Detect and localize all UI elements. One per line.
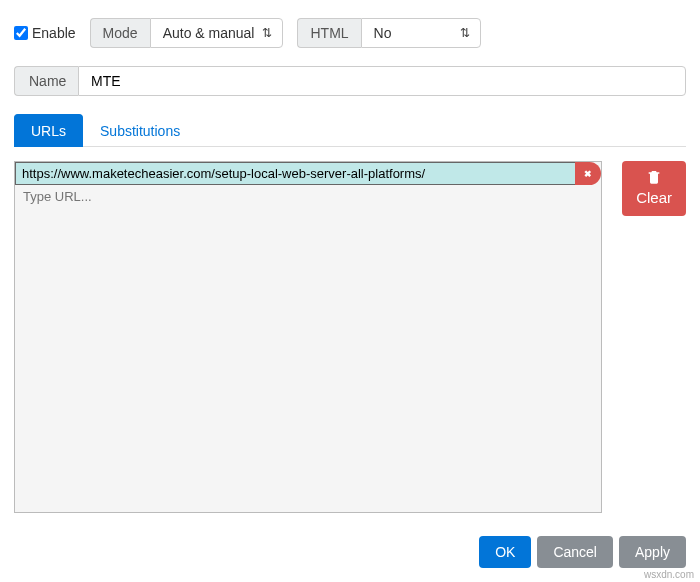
url-input-new[interactable] — [15, 185, 601, 208]
mode-value: Auto & manual — [163, 25, 255, 41]
url-item: ✖ — [15, 162, 601, 185]
apply-button[interactable]: Apply — [619, 536, 686, 568]
chevron-updown-icon: ⇅ — [262, 26, 272, 40]
delete-url-button[interactable]: ✖ — [575, 162, 601, 185]
mode-label: Mode — [90, 18, 150, 48]
mode-group: Mode Auto & manual ⇅ — [90, 18, 284, 48]
footer-buttons: OK Cancel Apply — [479, 536, 686, 568]
html-label: HTML — [297, 18, 360, 48]
tabs: URLs Substitutions — [14, 114, 686, 147]
tab-urls[interactable]: URLs — [14, 114, 83, 147]
name-input[interactable] — [78, 66, 686, 96]
url-panel: ✖ — [14, 161, 602, 513]
name-group: Name — [14, 66, 686, 96]
clear-label: Clear — [636, 189, 672, 206]
name-label: Name — [14, 66, 78, 96]
trash-icon — [646, 169, 662, 185]
mode-select[interactable]: Auto & manual ⇅ — [150, 18, 284, 48]
enable-checkbox-wrap[interactable]: Enable — [14, 25, 76, 41]
enable-label: Enable — [32, 25, 76, 41]
close-icon: ✖ — [584, 169, 592, 179]
tab-substitutions[interactable]: Substitutions — [83, 114, 197, 147]
chevron-updown-icon: ⇅ — [460, 26, 470, 40]
enable-checkbox[interactable] — [14, 26, 28, 40]
html-value: No — [374, 25, 392, 41]
clear-button[interactable]: Clear — [622, 161, 686, 216]
ok-button[interactable]: OK — [479, 536, 531, 568]
html-select[interactable]: No ⇅ — [361, 18, 481, 48]
url-input-existing[interactable] — [15, 162, 576, 185]
html-group: HTML No ⇅ — [297, 18, 480, 48]
cancel-button[interactable]: Cancel — [537, 536, 613, 568]
watermark: wsxdn.com — [644, 569, 694, 580]
